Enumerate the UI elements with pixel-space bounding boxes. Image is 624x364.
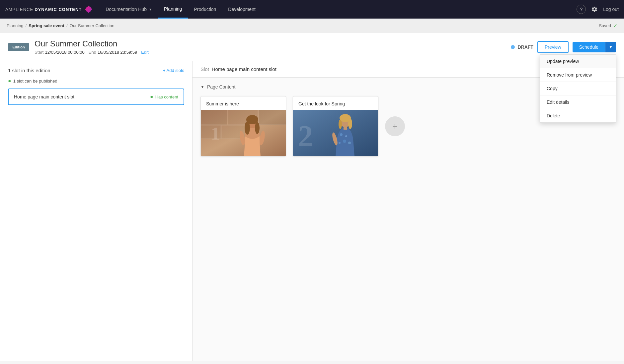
svg-point-21	[348, 142, 351, 144]
brand-name-part2: DYNAMIC CONTENT	[35, 7, 82, 12]
publishable-text: 1 slot can be published	[13, 79, 57, 84]
breadcrumb: Planning / Spring sale event / Our Summe…	[7, 23, 115, 28]
edition-left: Edition Our Summer Collection Start 12/0…	[8, 39, 149, 55]
gear-icon	[591, 6, 598, 13]
logout-label: Log out	[603, 7, 619, 12]
svg-point-26	[339, 120, 342, 129]
nav-right: ? Log out	[577, 5, 619, 14]
start-date: 12/05/2018 00:00:00	[45, 50, 84, 55]
dropdown-item-edit-details[interactable]: Edit details	[540, 95, 616, 109]
start-label: Start	[35, 50, 43, 55]
help-button[interactable]: ?	[577, 5, 586, 14]
nav-item-development[interactable]: Development	[222, 0, 262, 19]
svg-rect-5	[259, 110, 286, 125]
left-panel: 1 slot in this edition + Add slots ● 1 s…	[0, 61, 193, 361]
preview-button[interactable]: Preview	[537, 41, 569, 53]
content-card-summer-image: 1	[201, 110, 286, 156]
svg-rect-27	[344, 126, 347, 130]
edition-info: Our Summer Collection Start 12/05/2018 0…	[35, 39, 149, 55]
edition-right: DRAFT Preview Schedule ▼ Update preview …	[511, 41, 616, 53]
saved-checkmark-icon: ✓	[613, 23, 617, 29]
spring-image-svg: 2	[293, 110, 378, 156]
dropdown-item-update-preview[interactable]: Update preview	[540, 55, 616, 68]
dropdown-item-copy[interactable]: Copy	[540, 82, 616, 95]
content-card-summer-title: Summer is here	[201, 96, 286, 110]
settings-button[interactable]	[591, 6, 598, 13]
add-content-card-button[interactable]: +	[385, 116, 405, 136]
breadcrumb-bar: Planning / Spring sale event / Our Summe…	[0, 19, 624, 33]
toggle-arrow-icon: ▼	[200, 85, 204, 89]
svg-rect-3	[201, 110, 227, 125]
main-content: 1 slot in this edition + Add slots ● 1 s…	[0, 61, 624, 361]
svg-point-13	[255, 122, 260, 134]
slot-header-name: Home page main content slot	[212, 66, 276, 72]
draft-status: DRAFT	[511, 44, 533, 50]
svg-marker-0	[85, 6, 92, 13]
nav-items: Documentation Hub ▼ Planning Production …	[100, 0, 577, 19]
edition-dates: Start 12/05/2018 00:00:00 End 16/05/2018…	[35, 50, 149, 55]
amplience-logo-icon	[84, 5, 93, 14]
slot-header-label: Slot	[200, 66, 209, 72]
schedule-button[interactable]: Schedule	[573, 42, 605, 52]
slot-card[interactable]: Home page main content slot ● Has conten…	[8, 89, 184, 105]
svg-point-22	[339, 142, 341, 144]
saved-indicator: Saved ✓	[599, 23, 617, 29]
content-card-summer[interactable]: Summer is here	[200, 96, 286, 156]
svg-text:1: 1	[211, 123, 220, 144]
nav-planning-label: Planning	[164, 6, 182, 12]
svg-point-20	[343, 140, 346, 143]
nav-item-planning[interactable]: Planning	[158, 0, 188, 19]
nav-item-docs-hub[interactable]: Documentation Hub ▼	[100, 0, 158, 19]
end-label: End	[89, 50, 96, 55]
nav-production-label: Production	[194, 7, 216, 12]
nav-development-label: Development	[228, 7, 256, 12]
brand-logo: AMPLIENCE DYNAMIC CONTENT	[5, 5, 93, 14]
schedule-dropdown-menu: Update preview Remove from preview Copy …	[540, 54, 616, 123]
svg-point-18	[340, 133, 343, 136]
breadcrumb-spring-sale[interactable]: Spring sale event	[29, 23, 64, 28]
edition-title: Our Summer Collection	[35, 39, 149, 48]
check-circle-icon: ●	[8, 78, 11, 84]
nav-docs-hub-arrow: ▼	[149, 8, 152, 11]
slot-status: ● Has content	[150, 94, 178, 100]
brand-name-part1: AMPLIENCE	[5, 7, 33, 12]
add-slots-button[interactable]: + Add slots	[163, 68, 184, 73]
end-date: 16/05/2018 23:59:59	[98, 50, 137, 55]
content-card-spring[interactable]: Get the look for Spring	[293, 96, 378, 156]
slot-status-icon: ●	[150, 94, 153, 100]
saved-label: Saved	[599, 23, 611, 28]
slot-status-text: Has content	[155, 94, 178, 99]
top-nav: AMPLIENCE DYNAMIC CONTENT Documentation …	[0, 0, 624, 19]
breadcrumb-sep1: /	[26, 23, 27, 28]
schedule-btn-group: Schedule ▼	[573, 42, 616, 52]
slot-name: Home page main content slot	[14, 94, 74, 99]
draft-dot	[511, 45, 515, 49]
edition-header: Edition Our Summer Collection Start 12/0…	[0, 33, 624, 61]
slots-header: 1 slot in this edition + Add slots	[8, 68, 184, 73]
svg-point-25	[348, 118, 352, 129]
section-title: Page Content	[207, 84, 236, 90]
publishable-notice: ● 1 slot can be published	[8, 78, 184, 84]
edit-link[interactable]: Edit	[141, 50, 148, 55]
edition-badge: Edition	[8, 43, 29, 51]
slots-title: 1 slot in this edition	[8, 68, 50, 73]
content-card-spring-image: 2	[293, 110, 378, 156]
dropdown-item-delete[interactable]: Delete	[540, 109, 616, 122]
breadcrumb-sep2: /	[66, 23, 68, 28]
svg-text:2: 2	[298, 120, 313, 152]
schedule-dropdown-button[interactable]: ▼	[605, 42, 616, 52]
content-card-spring-title: Get the look for Spring	[293, 96, 378, 110]
breadcrumb-planning[interactable]: Planning	[7, 23, 24, 28]
nav-docs-hub-label: Documentation Hub	[106, 7, 147, 12]
svg-point-19	[345, 135, 347, 137]
dropdown-item-remove-preview[interactable]: Remove from preview	[540, 68, 616, 82]
logout-button[interactable]: Log out	[603, 7, 619, 12]
breadcrumb-summer-collection: Our Summer Collection	[70, 23, 115, 28]
draft-label: DRAFT	[517, 44, 533, 50]
svg-point-12	[245, 121, 250, 135]
summer-image-svg: 1	[201, 110, 286, 156]
nav-item-production[interactable]: Production	[188, 0, 222, 19]
